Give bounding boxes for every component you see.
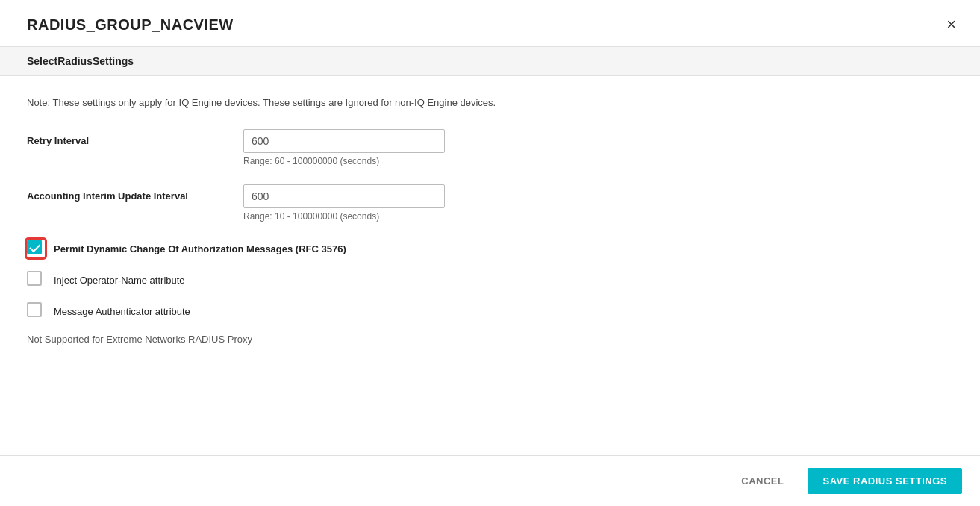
checkbox-label-inject: Inject Operator-Name attribute [54, 275, 185, 286]
modal-footer: CANCEL SAVE RADIUS SETTINGS [0, 455, 980, 506]
retry-interval-range: Range: 60 - 100000000 (seconds) [243, 156, 445, 166]
modal-header: RADIUS_GROUP_NACVIEW × [0, 0, 980, 46]
save-button[interactable]: SAVE RADIUS SETTINGS [808, 468, 962, 494]
retry-interval-input[interactable] [243, 129, 445, 153]
modal-title: RADIUS_GROUP_NACVIEW [27, 16, 234, 34]
retry-interval-label: Retry Interval [27, 129, 243, 146]
retry-interval-field: Range: 60 - 100000000 (seconds) [243, 129, 445, 166]
cancel-button[interactable]: CANCEL [729, 469, 796, 493]
retry-interval-row: Retry Interval Range: 60 - 100000000 (se… [27, 129, 953, 166]
checkbox-wrapper-message [27, 302, 45, 320]
checkbox-label-message: Message Authenticator attribute [54, 306, 190, 317]
close-button[interactable]: × [940, 13, 962, 36]
modal-subtitle: SelectRadiusSettings [27, 55, 134, 67]
accounting-interval-field: Range: 10 - 100000000 (seconds) [243, 184, 445, 222]
checkbox-wrapper-permit [27, 240, 45, 257]
accounting-interval-range: Range: 10 - 100000000 (seconds) [243, 211, 445, 222]
checkbox-label-permit: Permit Dynamic Change Of Authorization M… [54, 243, 346, 254]
checkbox-wrapper-inject [27, 271, 45, 289]
checkbox-row-2: Message Authenticator attribute [27, 302, 953, 320]
modal-container: RADIUS_GROUP_NACVIEW × SelectRadiusSetti… [0, 0, 980, 506]
not-supported-text: Not Supported for Extreme Networks RADIU… [27, 334, 953, 345]
subtitle-bar: SelectRadiusSettings [0, 46, 980, 76]
modal-body: Note: These settings only apply for IQ E… [0, 76, 980, 455]
checkbox-row-0: Permit Dynamic Change Of Authorization M… [27, 240, 953, 257]
note-text: Note: These settings only apply for IQ E… [27, 97, 953, 108]
checkbox-row-1: Inject Operator-Name attribute [27, 271, 953, 289]
accounting-interval-row: Accounting Interim Update Interval Range… [27, 184, 953, 222]
accounting-interval-input[interactable] [243, 184, 445, 208]
accounting-interval-label: Accounting Interim Update Interval [27, 184, 243, 202]
